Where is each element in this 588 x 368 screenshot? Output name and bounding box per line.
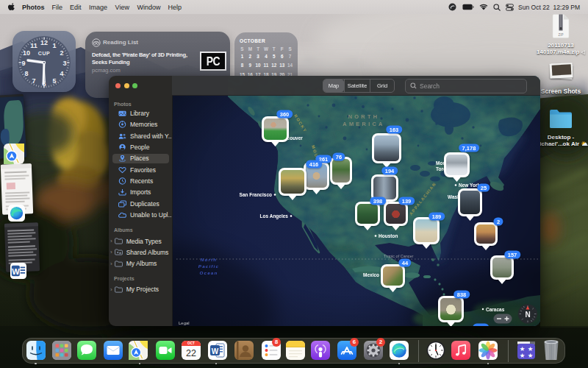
svg-text:Ocean: Ocean <box>200 270 218 275</box>
svg-text:★: ★ <box>528 352 534 359</box>
svg-text:AMERICA: AMERICA <box>343 121 384 127</box>
svg-text:1: 1 <box>52 42 56 49</box>
svg-text:8: 8 <box>24 70 28 77</box>
svg-text:9: 9 <box>21 60 25 67</box>
svg-text:4: 4 <box>60 70 63 77</box>
svg-text:NORTH: NORTH <box>348 113 380 120</box>
svg-text:10: 10 <box>23 49 30 57</box>
svg-text:Caracas: Caracas <box>486 307 505 312</box>
svg-text:7: 7 <box>32 77 35 85</box>
svg-text:Pacific: Pacific <box>198 263 219 269</box>
svg-text:W: W <box>12 267 20 276</box>
svg-text:Tropic of Cancer: Tropic of Cancer <box>384 254 414 258</box>
svg-text:22: 22 <box>186 348 196 358</box>
svg-text:Houston: Houston <box>379 233 398 238</box>
svg-text:5: 5 <box>52 77 56 85</box>
svg-text:North: North <box>201 257 218 262</box>
svg-text:N: N <box>525 311 530 319</box>
svg-text:3: 3 <box>62 60 66 67</box>
svg-text:2: 2 <box>60 49 63 57</box>
svg-text:OCT: OCT <box>187 342 195 345</box>
svg-text:Los Angeles: Los Angeles <box>260 213 289 219</box>
svg-text:Legal: Legal <box>179 321 190 325</box>
svg-text:ZIP: ZIP <box>558 33 563 37</box>
svg-text:W: W <box>212 347 219 355</box>
svg-text:San Francisco: San Francisco <box>240 192 272 197</box>
svg-text:CUP: CUP <box>38 51 50 56</box>
svg-text:12: 12 <box>40 39 48 46</box>
svg-text:11: 11 <box>30 42 37 49</box>
svg-text:★: ★ <box>520 352 526 359</box>
